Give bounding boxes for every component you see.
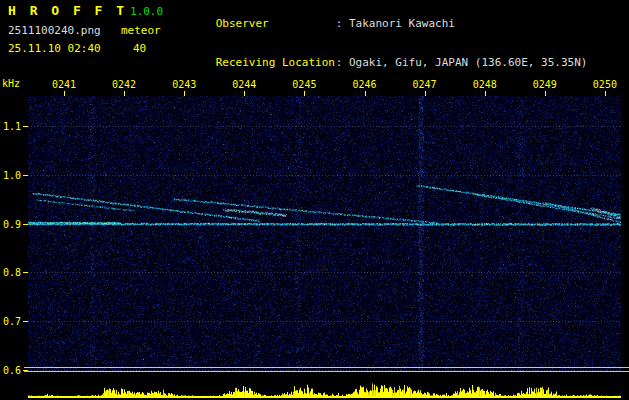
- x-tick-label: 0245: [289, 79, 319, 90]
- x-tick-label: 0246: [350, 79, 380, 90]
- x-tick-label: 0242: [109, 79, 139, 90]
- info-value: Ogaki, Gifu, JAPAN (136.60E, 35.35N): [349, 56, 587, 69]
- info-row-observer: Observer: Takanori Kawachi: [176, 4, 587, 43]
- spectrogram-canvas: [28, 96, 621, 372]
- x-tick-label: 0243: [169, 79, 199, 90]
- x-tick-label: 0247: [410, 79, 440, 90]
- hrofft-window: H R O F F T 1.0.0 2511100240.png meteor …: [0, 0, 629, 400]
- y-tick-label: 0.9: [0, 218, 21, 229]
- x-tick-label: 0249: [530, 79, 560, 90]
- signal-level-meter: [28, 374, 621, 398]
- info-row-receiving-location: Receiving Location: Ogaki, Gifu, JAPAN (…: [176, 43, 587, 82]
- y-tick-label: 1.1: [0, 121, 21, 132]
- y-tick-label: 0.6: [0, 364, 21, 375]
- x-tick-label: 0250: [590, 79, 620, 90]
- separator-line-top: [24, 367, 629, 368]
- x-tick-label: 0244: [229, 79, 259, 90]
- info-value: Takanori Kawachi: [349, 17, 455, 30]
- info-separator: :: [336, 17, 349, 30]
- separator-line-bottom: [24, 371, 629, 372]
- observation-datetime: 25.11.10 02:40: [8, 42, 101, 55]
- x-tick-label: 0248: [470, 79, 500, 90]
- app-title: H R O F F T: [8, 3, 127, 18]
- spectrogram-filename: 2511100240.png: [8, 24, 101, 37]
- x-tick-label: 0241: [49, 79, 79, 90]
- info-separator: :: [336, 56, 349, 69]
- app-version: 1.0.0: [130, 5, 163, 18]
- minute-counter: 40: [133, 42, 146, 55]
- info-label: Observer: [216, 17, 336, 30]
- info-label: Receiving Location: [216, 56, 336, 69]
- mode-label: meteor: [121, 24, 161, 37]
- y-tick-label: 1.0: [0, 169, 21, 180]
- y-tick-label: 0.8: [0, 267, 21, 278]
- y-tick-label: 0.7: [0, 315, 21, 326]
- frequency-unit-label: kHz: [2, 78, 20, 89]
